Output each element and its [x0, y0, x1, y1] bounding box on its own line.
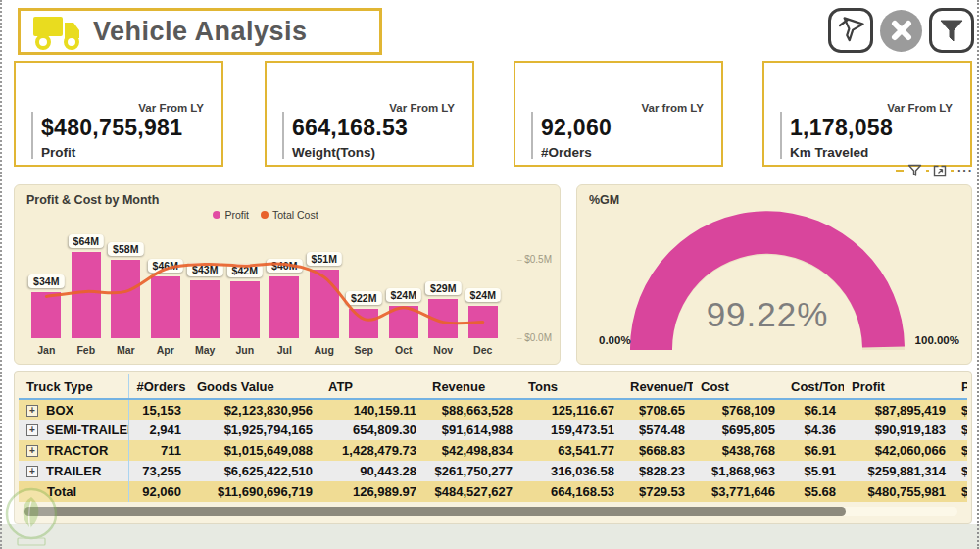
legend-label: Total Cost [272, 209, 318, 221]
table-row-box[interactable]: +BOX15,153$2,123,830,956140,159.11$88,66… [19, 399, 967, 420]
column-header[interactable]: Truck Type [19, 374, 128, 399]
truck-type-name: BOX [46, 403, 74, 418]
right-axis-label-top: --$0.5M [517, 254, 552, 265]
gold-dash [926, 170, 929, 172]
table-cell: 92,060 [128, 481, 189, 502]
column-header[interactable]: Revenue/Ton [622, 374, 693, 399]
kpi-card-profit: Var From LY$480,755,981Profit [14, 61, 223, 167]
kpi-var-label: Var From LY [887, 102, 953, 114]
bar-column-dec: $24MDec [464, 226, 504, 356]
table-cell: $5.91 [783, 461, 844, 481]
month-axis-label: Nov [423, 344, 464, 356]
column-header[interactable]: ATP [320, 374, 424, 399]
right-edge-dotted-border [977, 0, 979, 549]
horizontal-scrollbar-thumb[interactable] [24, 507, 846, 516]
kpi-value: 664,168.53 [292, 115, 408, 141]
bar-value-label: $64M [69, 234, 104, 248]
bar-value-label: $43M [187, 263, 222, 276]
column-header[interactable]: Goods Value [189, 374, 320, 399]
table-cell: $42,060,066 [844, 440, 954, 461]
column-header[interactable]: Cost [693, 374, 783, 399]
kpi-var-label: Var From LY [389, 102, 455, 114]
table-cell: 126,989.97 [320, 481, 424, 502]
table-row-trailer[interactable]: +TRAILER73,255$6,625,422,51090,443.28$26… [19, 461, 967, 481]
table-cell: 140,159.11 [320, 399, 424, 420]
table-row-tractor[interactable]: +TRACTOR711$1,015,649,0881,428,479.73$42… [19, 440, 967, 461]
legend-label: Profit [224, 209, 249, 221]
table-cell: 90,443.28 [320, 461, 424, 481]
profit-bar[interactable] [190, 280, 220, 338]
expand-row-button[interactable]: + [26, 445, 38, 457]
table-clip-region: Truck Type#OrdersGoods ValueATPRevenueTo… [19, 374, 967, 506]
column-header[interactable]: Revenue [424, 374, 520, 399]
column-header[interactable]: #Orders [128, 374, 189, 399]
table-cell: $708.65 [622, 399, 693, 420]
expand-row-button[interactable]: + [26, 466, 38, 477]
more-options-icon[interactable]: ··· [957, 166, 973, 175]
clear-filters-button[interactable] [828, 8, 873, 53]
table-cell: 316,036.58 [520, 461, 622, 481]
table-cell: 654,809.30 [320, 420, 424, 440]
visual-hover-header: ··· [885, 162, 973, 179]
table-cell: $574.48 [622, 420, 693, 440]
legend-item-total-cost[interactable]: Total Cost [261, 209, 318, 221]
kpi-card-weight-tons-: Var From LY664,168.53Weight(Tons) [265, 61, 474, 167]
table-cell: $828.23 [622, 461, 693, 481]
bar-value-label: $46M [148, 259, 183, 273]
kpi-var-label: Var From LY [138, 102, 204, 114]
table-cell: $5.68 [783, 481, 844, 502]
bar-column-jan: $34MJan [26, 226, 67, 356]
table-cell: $6 [954, 440, 967, 461]
header-actions [828, 6, 974, 55]
column-header[interactable]: Pro [954, 374, 967, 399]
month-axis-label: Aug [305, 344, 345, 356]
profit-bar[interactable] [349, 309, 378, 338]
gm-gauge-panel: %GM 99.22% 0.00% 100.00% [576, 184, 972, 365]
month-axis-label: Jun [225, 344, 266, 356]
table-cell: $88,663,528 [424, 399, 520, 420]
table-cell: $91,614,988 [424, 420, 520, 440]
filter-button[interactable] [929, 8, 974, 53]
profit-bar[interactable] [389, 306, 418, 338]
column-header[interactable]: Tons [520, 374, 622, 399]
profit-bar[interactable] [468, 306, 498, 338]
right-axis-label-bottom: --$0.0M [517, 332, 552, 343]
expand-row-button[interactable]: + [26, 405, 38, 417]
profit-bar[interactable] [151, 276, 180, 338]
row-header-cell: Total [19, 481, 128, 502]
profit-bar[interactable] [230, 281, 260, 338]
horizontal-scrollbar-track[interactable] [24, 507, 957, 516]
legend-item-profit[interactable]: Profit [213, 209, 249, 221]
gauge-min-label: 0.00% [599, 334, 631, 346]
table-cell: $7 [954, 481, 967, 502]
table-cell: $259,881,314 [844, 461, 954, 481]
profit-bar[interactable] [31, 292, 61, 338]
table-cell: $480,755,981 [844, 481, 954, 502]
table-cell: 125,116.67 [520, 399, 622, 420]
filter-funnel-icon[interactable] [907, 164, 922, 177]
profit-bar[interactable] [428, 299, 458, 338]
focus-mode-icon[interactable] [933, 165, 947, 177]
gauge-arc[interactable] [577, 193, 973, 360]
chart-legend: ProfitTotal Cost [15, 209, 516, 221]
profit-bar[interactable] [72, 252, 101, 338]
profit-bar[interactable] [270, 276, 299, 338]
column-header[interactable]: Cost/Ton [783, 374, 844, 399]
bar-column-oct: $24MOct [384, 226, 424, 356]
gauge-max-label: 100.00% [915, 334, 959, 346]
table-row-semi-trailer[interactable]: +SEMI-TRAILER2,941$1,925,794,165654,809.… [19, 420, 967, 440]
bar-value-label: $42M [227, 264, 263, 277]
close-button[interactable] [880, 10, 922, 52]
profit-bar[interactable] [310, 270, 339, 338]
bar-value-label: $46M [267, 259, 302, 273]
table-cell: $1,015,649,088 [189, 440, 320, 461]
table-cell: $4.36 [783, 420, 844, 440]
table-cell: $42,498,834 [424, 440, 520, 461]
profit-bar[interactable] [111, 260, 140, 338]
chart-title: Profit & Cost by Month [26, 193, 159, 207]
page-title: Vehicle Analysis [93, 17, 308, 47]
kpi-accent-bar [282, 112, 284, 159]
expand-row-button[interactable]: + [26, 424, 38, 436]
kpi-accent-bar [531, 112, 533, 159]
column-header[interactable]: Profit [844, 374, 954, 399]
